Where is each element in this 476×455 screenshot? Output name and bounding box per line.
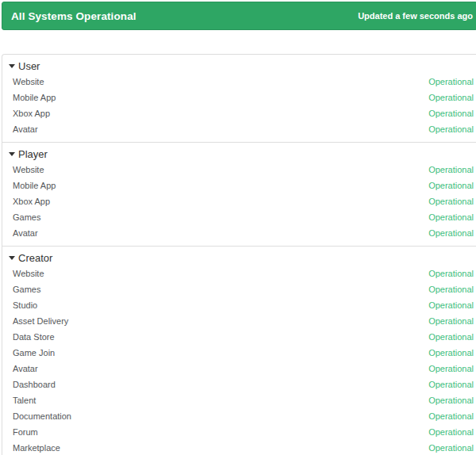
component-status-badge: Operational	[428, 165, 474, 174]
component-row: Marketplace Operational	[2, 440, 476, 455]
component-label: Website	[13, 77, 44, 86]
section-name: User	[18, 60, 40, 72]
component-section: Creator Website Operational Games Operat…	[2, 246, 476, 455]
last-updated-text: Updated a few seconds ago	[358, 11, 473, 21]
component-status-badge: Operational	[428, 316, 474, 326]
component-status-badge: Operational	[428, 443, 474, 453]
component-status-badge: Operational	[428, 124, 474, 134]
component-row: Mobile App Operational	[2, 90, 476, 105]
component-row: Dashboard Operational	[2, 377, 476, 392]
component-row: Forum Operational	[2, 424, 476, 440]
component-row: Avatar Operational	[2, 121, 476, 137]
component-label: Xbox App	[13, 197, 50, 206]
component-status-badge: Operational	[428, 181, 474, 190]
component-status-badge: Operational	[428, 300, 474, 310]
component-section: User Website Operational Mobile App Oper…	[2, 55, 476, 142]
component-status-badge: Operational	[428, 109, 474, 118]
component-status-badge: Operational	[428, 332, 474, 342]
component-row: Game Join Operational	[2, 345, 476, 361]
component-label: Dashboard	[13, 380, 56, 389]
components-list: User Website Operational Mobile App Oper…	[2, 54, 476, 455]
component-label: Game Join	[13, 348, 55, 358]
component-label: Website	[13, 165, 44, 174]
component-status-badge: Operational	[428, 285, 474, 294]
component-status-badge: Operational	[428, 411, 474, 421]
component-label: Marketplace	[13, 443, 60, 453]
status-banner: All Systems Operational Updated a few se…	[2, 2, 476, 30]
component-label: Asset Delivery	[13, 316, 68, 326]
component-status-badge: Operational	[428, 269, 474, 278]
component-status-badge: Operational	[428, 77, 474, 86]
chevron-down-icon	[9, 152, 15, 156]
section-rows: Website Operational Mobile App Operation…	[2, 74, 476, 137]
overall-status-title: All Systems Operational	[11, 10, 136, 22]
component-label: Avatar	[13, 124, 38, 134]
component-row: Website Operational	[2, 74, 476, 90]
component-status-badge: Operational	[428, 364, 474, 373]
component-row: Talent Operational	[2, 392, 476, 408]
section-toggle-user[interactable]: User	[2, 58, 476, 74]
component-label: Games	[13, 212, 40, 222]
component-row: Games Operational	[2, 281, 476, 297]
component-status-badge: Operational	[428, 396, 474, 405]
section-toggle-creator[interactable]: Creator	[2, 250, 476, 266]
component-label: Forum	[13, 427, 38, 437]
component-status-badge: Operational	[428, 348, 474, 358]
component-row: Xbox App Operational	[2, 105, 476, 121]
component-label: Website	[13, 269, 44, 278]
component-section: Player Website Operational Mobile App Op…	[2, 142, 476, 246]
component-status-badge: Operational	[428, 228, 474, 238]
component-label: Studio	[13, 300, 37, 310]
component-status-badge: Operational	[428, 427, 474, 437]
component-row: Studio Operational	[2, 297, 476, 313]
component-label: Avatar	[13, 228, 38, 238]
component-row: Xbox App Operational	[2, 193, 476, 209]
section-rows: Website Operational Mobile App Operation…	[2, 162, 476, 241]
component-row: Avatar Operational	[2, 361, 476, 377]
component-status-badge: Operational	[428, 197, 474, 206]
component-status-badge: Operational	[428, 93, 474, 102]
component-row: Documentation Operational	[2, 408, 476, 424]
component-label: Avatar	[13, 364, 38, 373]
component-row: Games Operational	[2, 209, 476, 225]
component-row: Website Operational	[2, 266, 476, 281]
component-row: Data Store Operational	[2, 329, 476, 345]
component-label: Talent	[13, 396, 36, 405]
component-status-badge: Operational	[428, 380, 474, 389]
chevron-down-icon	[9, 256, 15, 260]
section-rows: Website Operational Games Operational St…	[2, 266, 476, 455]
section-name: Player	[18, 148, 48, 160]
component-row: Avatar Operational	[2, 225, 476, 241]
component-row: Website Operational	[2, 162, 476, 178]
component-row: Mobile App Operational	[2, 178, 476, 193]
chevron-down-icon	[9, 64, 15, 68]
component-row: Asset Delivery Operational	[2, 313, 476, 329]
component-label: Games	[13, 285, 40, 294]
component-label: Documentation	[13, 411, 71, 421]
component-label: Data Store	[13, 332, 55, 342]
component-status-badge: Operational	[428, 212, 474, 222]
component-label: Mobile App	[13, 181, 56, 190]
component-label: Xbox App	[13, 109, 50, 118]
section-name: Creator	[18, 252, 52, 264]
section-toggle-player[interactable]: Player	[2, 146, 476, 162]
component-label: Mobile App	[13, 93, 56, 102]
